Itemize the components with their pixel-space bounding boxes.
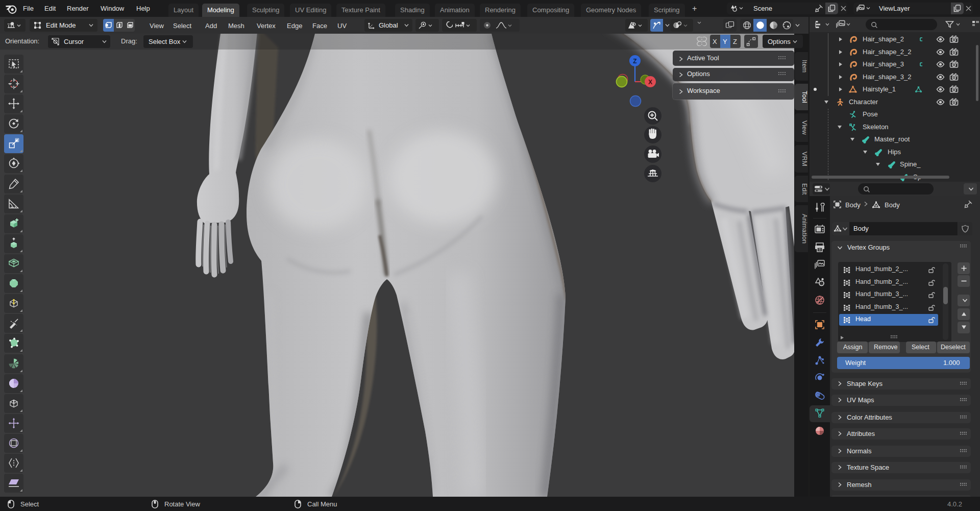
svg-text:X: X xyxy=(648,79,652,86)
svg-text:Z: Z xyxy=(633,58,636,65)
